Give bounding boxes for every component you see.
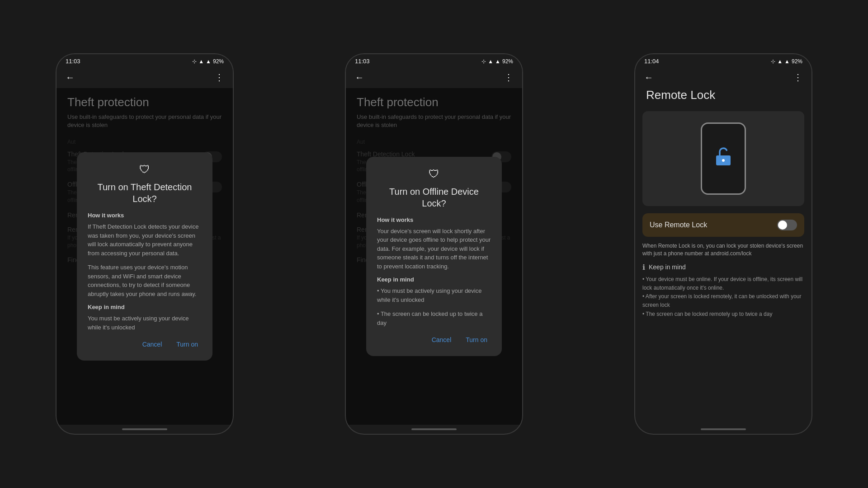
phone3-keep-in-mind-header: ℹ Keep in mind <box>642 263 804 272</box>
phone1-dialog-title: Turn on Theft Detection Lock? <box>88 181 202 205</box>
phone3-back-button[interactable]: ← <box>642 70 655 84</box>
battery-pct: 92% <box>792 58 802 65</box>
signal-icon: ▲ <box>777 58 783 65</box>
phone2-keep-in-mind-label: Keep in mind <box>377 276 491 283</box>
phone3-lock-image <box>642 111 804 206</box>
phone1-dialog-icon: 🛡 <box>88 163 202 176</box>
phone2-how-it-works-label: How it works <box>377 216 491 223</box>
phone2-dialog-body1: Your device's screen will lock shortly a… <box>377 227 491 271</box>
phone2-battery: ⊹ ▲ ▲ 92% <box>481 58 513 65</box>
phone2-time: 11:03 <box>355 58 370 65</box>
phone3-use-remote-lock-label: Use Remote Lock <box>650 221 707 229</box>
phone2-bottom-bar <box>346 425 522 434</box>
phone2-dialog-buttons: Cancel Turn on <box>377 334 491 345</box>
phone1-turnon-button[interactable]: Turn on <box>173 339 202 350</box>
phone2-status-bar: 11:03 ⊹ ▲ ▲ 92% <box>346 54 522 66</box>
phone1-dialog: 🛡 Turn on Theft Detection Lock? How it w… <box>77 152 212 361</box>
phone1-keep-in-mind-label: Keep in mind <box>88 304 202 310</box>
phone1-more-button[interactable]: ⋮ <box>213 70 226 84</box>
phone1: 11:03 ⊹ ▲ ▲ 92% ← ⋮ Theft protection Use… <box>57 54 233 434</box>
phone2-more-button[interactable]: ⋮ <box>502 70 515 84</box>
phones-container: 11:03 ⊹ ▲ ▲ 92% ← ⋮ Theft protection Use… <box>0 0 868 488</box>
phone1-home-indicator <box>122 428 167 430</box>
phone2-dialog-title: Turn on Offline Device Lock? <box>377 186 491 209</box>
wifi-icon: ▲ <box>495 58 500 65</box>
phone3-keep-body1: • Your device must be online. If your de… <box>642 275 804 292</box>
phone1-dialog-buttons: Cancel Turn on <box>88 339 202 350</box>
phone3-bottom-bar <box>635 425 811 434</box>
phone2-turnon-button[interactable]: Turn on <box>462 334 491 345</box>
phone3-remote-lock-desc: When Remote Lock is on, you can lock you… <box>635 242 811 263</box>
phone3: 11:04 ⊹ ▲ ▲ 92% ← ⋮ Remote Lock <box>635 54 811 434</box>
phone2-back-button[interactable]: ← <box>353 70 366 84</box>
phone2-home-indicator <box>411 428 457 430</box>
bluetooth-icon: ⊹ <box>771 58 775 65</box>
phone3-use-remote-lock-toggle[interactable] <box>777 220 797 230</box>
phone2-keep-body2: • The screen can be locked up to twice a… <box>377 310 491 327</box>
phone1-bottom-bar <box>57 425 233 434</box>
phone3-home-indicator <box>701 428 746 430</box>
phone3-keep-in-mind-section: ℹ Keep in mind • Your device must be onl… <box>635 263 811 319</box>
phone1-status-bar: 11:03 ⊹ ▲ ▲ 92% <box>57 54 233 66</box>
phone1-topbar: ← ⋮ <box>57 66 233 88</box>
phone2-topbar: ← ⋮ <box>346 66 522 88</box>
phone2-dialog-overlay: 🛡 Turn on Offline Device Lock? How it wo… <box>346 88 522 425</box>
phone3-more-button[interactable]: ⋮ <box>792 70 804 84</box>
phone3-phone-frame <box>701 122 746 195</box>
phone1-cancel-button[interactable]: Cancel <box>139 339 166 350</box>
unlock-icon <box>712 145 734 172</box>
phone3-page-title: Remote Lock <box>646 88 801 102</box>
phone3-keep-body3: • The screen can be locked remotely up t… <box>642 310 804 319</box>
phone1-dialog-body2: This feature uses your device's motion s… <box>88 263 202 298</box>
wifi-icon: ▲ <box>206 58 211 65</box>
info-icon: ℹ <box>642 263 645 272</box>
phone3-topbar: ← ⋮ <box>635 66 811 88</box>
phone2-wrapper: 11:03 ⊹ ▲ ▲ 92% ← ⋮ Theft protection Use… <box>289 0 579 488</box>
phone3-title-area: Remote Lock <box>635 88 811 111</box>
signal-icon: ▲ <box>488 58 493 65</box>
phone2-dialog-icon: 🛡 <box>377 168 491 180</box>
phone1-dialog-overlay: 🛡 Turn on Theft Detection Lock? How it w… <box>57 88 233 425</box>
phone1-how-it-works-label: How it works <box>88 212 202 219</box>
phone1-screen-content: Theft protection Use built-in safeguards… <box>57 88 233 425</box>
phone3-use-remote-lock-row[interactable]: Use Remote Lock <box>642 213 804 237</box>
phone3-time: 11:04 <box>644 58 659 65</box>
phone3-wrapper: 11:04 ⊹ ▲ ▲ 92% ← ⋮ Remote Lock <box>579 0 868 488</box>
phone3-battery: ⊹ ▲ ▲ 92% <box>771 58 802 65</box>
phone2-screen-content: Theft protection Use built-in safeguards… <box>346 88 522 425</box>
phone3-keep-body2: • After your screen is locked remotely, … <box>642 292 804 310</box>
phone2-cancel-button[interactable]: Cancel <box>428 334 455 345</box>
phone1-wrapper: 11:03 ⊹ ▲ ▲ 92% ← ⋮ Theft protection Use… <box>0 0 289 488</box>
phone3-keep-body: • Your device must be online. If your de… <box>642 275 804 319</box>
phone1-back-button[interactable]: ← <box>64 70 76 84</box>
phone1-time: 11:03 <box>66 58 80 65</box>
phone2-dialog: 🛡 Turn on Offline Device Lock? How it wo… <box>366 157 502 357</box>
svg-point-1 <box>722 159 725 162</box>
phone3-keep-in-mind-title: Keep in mind <box>649 263 686 271</box>
phone1-keep-body: You must be actively using your device w… <box>88 314 202 332</box>
signal-icon: ▲ <box>198 58 204 65</box>
wifi-icon: ▲ <box>784 58 790 65</box>
bluetooth-icon: ⊹ <box>481 58 486 65</box>
phone3-status-bar: 11:04 ⊹ ▲ ▲ 92% <box>635 54 811 66</box>
phone1-battery: ⊹ ▲ ▲ 92% <box>192 58 224 65</box>
bluetooth-icon: ⊹ <box>192 58 197 65</box>
phone1-dialog-body1: If Theft Detection Lock detects your dev… <box>88 222 202 258</box>
battery-pct: 92% <box>502 58 513 65</box>
phone2-keep-body1: • You must be actively using your device… <box>377 286 491 304</box>
battery-pct: 92% <box>213 58 224 65</box>
phone2: 11:03 ⊹ ▲ ▲ 92% ← ⋮ Theft protection Use… <box>346 54 522 434</box>
phone3-content: Remote Lock <box>635 88 811 425</box>
